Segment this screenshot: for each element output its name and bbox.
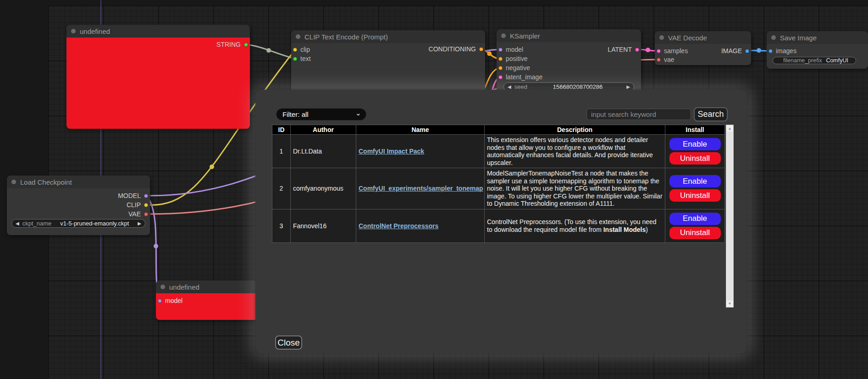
node-body[interactable]: images filename_prefix ComfyUI xyxy=(767,44,868,69)
slot-label: STRING xyxy=(216,41,241,48)
widget-label: ckpt_name xyxy=(22,220,52,227)
search-button[interactable]: Search xyxy=(694,107,728,121)
slot-dot[interactable] xyxy=(657,49,661,53)
node-title-bar[interactable]: KSampler xyxy=(497,29,641,42)
prev-arrow-icon[interactable]: ◀ xyxy=(16,221,19,226)
slot-dot[interactable] xyxy=(635,48,639,52)
node-save-image[interactable]: Save Image images filename_prefix ComfyU… xyxy=(767,31,868,69)
output-slot-string[interactable]: STRING xyxy=(216,41,248,48)
node-title-bar[interactable]: VAE Decode xyxy=(655,31,751,44)
cell-install: EnableUninstall xyxy=(665,135,725,168)
input-slot-negative[interactable]: negative xyxy=(498,64,530,71)
slot-label: model xyxy=(165,297,182,304)
enable-button[interactable]: Enable xyxy=(669,213,721,225)
slot-dot[interactable] xyxy=(293,48,297,52)
slot-label: vae xyxy=(664,56,674,63)
link-dot[interactable] xyxy=(757,48,761,53)
slot-dot[interactable] xyxy=(498,66,503,70)
cell-install: EnableUninstall xyxy=(665,168,725,209)
table-header-row: IDAuthorNameDescriptionInstall xyxy=(272,125,725,135)
node-body[interactable]: MODEL CLIP VAE ◀ ckpt_name v1-5-pruned-e… xyxy=(7,188,150,235)
input-slot-positive[interactable]: positive xyxy=(498,55,527,62)
output-slot-image[interactable]: IMAGE xyxy=(721,47,749,55)
column-header: Description xyxy=(485,125,665,135)
slot-label: positive xyxy=(506,55,527,62)
uninstall-button[interactable]: Uninstall xyxy=(669,189,721,202)
column-header: Install xyxy=(665,125,725,135)
slot-dot[interactable] xyxy=(479,47,483,51)
table-scrollbar[interactable]: ▲ ▼ xyxy=(726,125,734,308)
increment-arrow-icon[interactable]: ▶ xyxy=(626,84,630,89)
node-collapse-dot[interactable] xyxy=(659,35,664,40)
output-slot-latent[interactable]: LATENT xyxy=(608,46,639,53)
widget-value: v1-5-pruned-emaonly.ckpt xyxy=(60,220,129,227)
slot-dot[interactable] xyxy=(244,43,248,47)
slot-label: clip xyxy=(300,46,310,53)
node-collapse-dot[interactable] xyxy=(160,285,165,289)
extension-link[interactable]: ComfyUI Impact Pack xyxy=(359,148,424,155)
uninstall-button[interactable]: Uninstall xyxy=(669,152,721,165)
extension-link[interactable]: ControlNet Preprocessors xyxy=(359,222,438,230)
node-body[interactable]: STRING xyxy=(66,38,250,129)
output-slot-clip[interactable]: CLIP xyxy=(127,201,148,209)
cell-id: 2 xyxy=(272,168,291,209)
cell-name: ComfyUI_experiments/sampler_tonemap xyxy=(356,168,485,209)
search-input[interactable] xyxy=(586,109,691,120)
scrollbar-thumb[interactable] xyxy=(727,132,733,301)
node-title-bar[interactable]: undefined xyxy=(66,25,250,38)
decrement-arrow-icon[interactable]: ◀ xyxy=(508,84,511,89)
slot-dot[interactable] xyxy=(498,57,503,61)
input-slot-latent-image[interactable]: latent_image xyxy=(498,73,542,81)
node-body[interactable]: samples vae IMAGE xyxy=(655,44,751,65)
node-title-bar[interactable]: Load Checkpoint xyxy=(7,176,150,188)
slot-dot[interactable] xyxy=(768,49,773,53)
extension-link[interactable]: ComfyUI_experiments/sampler_tonemap xyxy=(359,185,483,192)
scroll-up-icon[interactable]: ▲ xyxy=(726,126,733,131)
filter-select[interactable]: Filter: all xyxy=(276,108,366,121)
node-title-bar[interactable]: Save Image xyxy=(767,31,868,44)
enable-button[interactable]: Enable xyxy=(669,138,721,150)
output-slot-conditioning[interactable]: CONDITIONING xyxy=(429,45,483,53)
node-collapse-dot[interactable] xyxy=(11,180,16,184)
slot-dot[interactable] xyxy=(498,75,503,79)
input-slot-images[interactable]: images xyxy=(768,47,796,55)
enable-button[interactable]: Enable xyxy=(669,175,721,187)
node-collapse-dot[interactable] xyxy=(501,33,506,38)
input-slot-vae[interactable]: vae xyxy=(657,56,674,63)
slot-dot[interactable] xyxy=(144,194,148,198)
slot-dot[interactable] xyxy=(745,49,749,53)
output-slot-model[interactable]: MODEL xyxy=(118,192,148,199)
input-slot-samples[interactable]: samples xyxy=(657,47,688,55)
next-arrow-icon[interactable]: ▶ xyxy=(138,221,141,226)
link-dot[interactable] xyxy=(487,51,492,56)
scroll-down-icon[interactable]: ▼ xyxy=(726,302,733,306)
link-dot[interactable] xyxy=(646,48,650,52)
slot-dot[interactable] xyxy=(144,212,148,216)
node-collapse-dot[interactable] xyxy=(771,35,776,40)
slot-dot[interactable] xyxy=(144,203,148,207)
input-slot-model[interactable]: model xyxy=(498,46,523,53)
link-dot[interactable] xyxy=(266,48,271,53)
slot-dot[interactable] xyxy=(657,58,661,62)
node-load-checkpoint[interactable]: Load Checkpoint MODEL CLIP VAE ◀ ckpt_na… xyxy=(7,176,150,235)
link-dot[interactable] xyxy=(210,165,214,169)
filename-prefix-widget[interactable]: filename_prefix ComfyUI xyxy=(773,57,856,64)
input-slot-clip[interactable]: clip xyxy=(293,46,310,53)
output-slot-vae[interactable]: VAE xyxy=(128,210,148,218)
node-vae-decode[interactable]: VAE Decode samples vae IMAGE xyxy=(655,31,751,65)
link-dot[interactable] xyxy=(154,244,158,248)
slot-dot[interactable] xyxy=(498,48,503,52)
node-collapse-dot[interactable] xyxy=(71,29,76,33)
ckpt-name-widget[interactable]: ◀ ckpt_name v1-5-pruned-emaonly.ckpt ▶ xyxy=(11,219,145,228)
node-collapse-dot[interactable] xyxy=(296,34,300,39)
input-slot-model[interactable]: model xyxy=(158,297,182,304)
node-title-bar[interactable]: CLIP Text Encode (Prompt) xyxy=(291,30,485,43)
node-undefined-top[interactable]: undefined STRING xyxy=(66,25,250,129)
comfyui-canvas[interactable]: undefined STRING CLIP Text Encode (Promp… xyxy=(0,0,868,379)
slot-dot[interactable] xyxy=(293,57,297,61)
cell-author: comfyanonymous xyxy=(291,168,356,209)
close-button[interactable]: Close xyxy=(275,335,302,350)
uninstall-button[interactable]: Uninstall xyxy=(669,227,721,239)
input-slot-text[interactable]: text xyxy=(293,55,311,62)
slot-dot[interactable] xyxy=(158,299,162,303)
